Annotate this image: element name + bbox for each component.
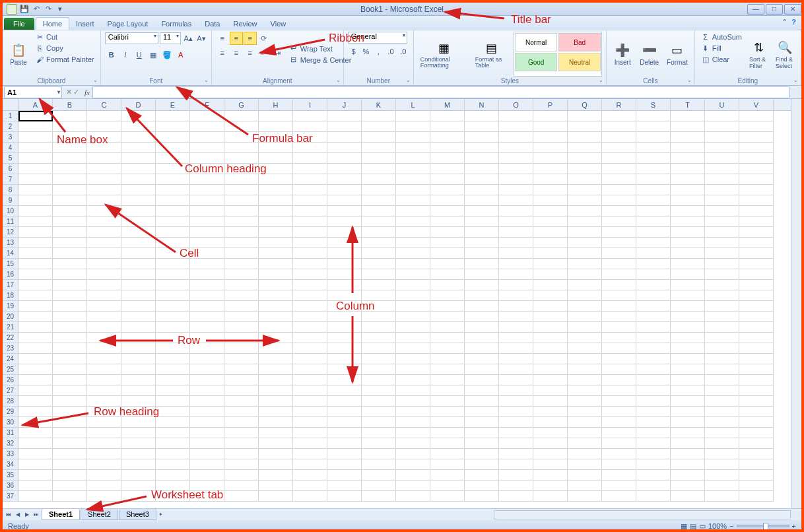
align-left-icon[interactable]: ≡	[216, 46, 229, 59]
style-bad[interactable]: Bad	[558, 33, 601, 51]
cell[interactable]	[499, 195, 533, 206]
cell[interactable]	[259, 164, 293, 174]
cell[interactable]	[327, 269, 362, 280]
cell[interactable]	[671, 322, 705, 333]
align-center-icon[interactable]: ≡	[230, 46, 243, 59]
cell[interactable]	[362, 322, 396, 333]
cell[interactable]	[499, 121, 533, 132]
cell[interactable]	[87, 333, 121, 343]
cell[interactable]	[18, 343, 53, 354]
cell[interactable]	[465, 195, 499, 206]
save-icon[interactable]: 💾	[20, 5, 29, 14]
cell[interactable]	[259, 385, 293, 396]
cell[interactable]	[121, 354, 156, 364]
cell[interactable]	[259, 206, 293, 216]
cell[interactable]	[224, 111, 259, 121]
cell[interactable]	[705, 322, 739, 333]
cell[interactable]	[87, 153, 121, 164]
next-sheet-icon[interactable]: ▶	[22, 510, 32, 519]
cell[interactable]	[671, 111, 705, 121]
cell[interactable]	[430, 111, 465, 121]
cell[interactable]	[499, 111, 533, 121]
cell[interactable]	[671, 164, 705, 174]
cell[interactable]	[190, 322, 224, 333]
align-bottom-icon[interactable]: ≡	[244, 32, 257, 45]
border-button[interactable]: ▦	[147, 48, 160, 61]
cell[interactable]	[705, 375, 739, 385]
cell[interactable]	[362, 206, 396, 216]
cell[interactable]	[259, 248, 293, 259]
cell[interactable]	[327, 470, 362, 481]
cell[interactable]	[705, 238, 739, 248]
cell[interactable]	[396, 174, 430, 185]
cell[interactable]	[465, 174, 499, 185]
row-header[interactable]: 1	[3, 111, 18, 121]
decrease-decimal-icon[interactable]: .0	[397, 45, 409, 58]
cell[interactable]	[465, 364, 499, 375]
cell[interactable]	[259, 153, 293, 164]
cell[interactable]	[53, 280, 87, 290]
cell[interactable]	[533, 301, 568, 312]
cell[interactable]	[465, 438, 499, 449]
cell[interactable]	[396, 449, 430, 459]
cell[interactable]	[190, 396, 224, 407]
cell[interactable]	[430, 280, 465, 290]
cell[interactable]	[705, 143, 739, 153]
cell[interactable]	[293, 185, 327, 195]
underline-button[interactable]: U	[133, 48, 146, 61]
cell[interactable]	[499, 132, 533, 143]
cell[interactable]	[156, 153, 190, 164]
cell[interactable]	[87, 290, 121, 301]
cell[interactable]	[53, 333, 87, 343]
cell[interactable]	[430, 364, 465, 375]
cell[interactable]	[739, 428, 774, 438]
cell[interactable]	[499, 227, 533, 238]
row-header[interactable]: 2	[3, 121, 18, 132]
cell[interactable]	[293, 248, 327, 259]
minimize-button[interactable]: —	[747, 4, 764, 15]
style-good[interactable]: Good	[515, 53, 557, 71]
cell[interactable]	[156, 206, 190, 216]
cell[interactable]	[224, 449, 259, 459]
cell[interactable]	[156, 132, 190, 143]
cell[interactable]	[465, 470, 499, 481]
cell[interactable]	[293, 481, 327, 491]
cell[interactable]	[636, 322, 671, 333]
cell[interactable]	[121, 280, 156, 290]
cell[interactable]	[568, 301, 602, 312]
font-name-select[interactable]: Calibri	[105, 32, 158, 44]
cell[interactable]	[499, 312, 533, 322]
cell[interactable]	[705, 153, 739, 164]
cell[interactable]	[327, 290, 362, 301]
cell[interactable]	[293, 491, 327, 502]
cell[interactable]	[224, 174, 259, 185]
tab-view[interactable]: View	[264, 18, 293, 30]
cell[interactable]	[362, 238, 396, 248]
cell[interactable]	[602, 481, 636, 491]
cell[interactable]	[293, 238, 327, 248]
cell[interactable]	[190, 459, 224, 470]
cell[interactable]	[671, 290, 705, 301]
cell[interactable]	[156, 174, 190, 185]
row-header[interactable]: 32	[3, 438, 18, 449]
cell[interactable]	[671, 248, 705, 259]
cell[interactable]	[53, 227, 87, 238]
cell[interactable]	[18, 375, 53, 385]
cell[interactable]	[224, 438, 259, 449]
fill-button[interactable]: ⬇Fill	[699, 43, 744, 53]
cell[interactable]	[87, 375, 121, 385]
cell[interactable]	[568, 385, 602, 396]
cell[interactable]	[259, 438, 293, 449]
cell[interactable]	[465, 322, 499, 333]
cell[interactable]	[18, 280, 53, 290]
cell[interactable]	[327, 364, 362, 375]
cell[interactable]	[190, 449, 224, 459]
cell[interactable]	[87, 238, 121, 248]
cell[interactable]	[533, 132, 568, 143]
cell[interactable]	[156, 481, 190, 491]
cell[interactable]	[705, 259, 739, 269]
cell[interactable]	[327, 206, 362, 216]
cell[interactable]	[636, 396, 671, 407]
cell[interactable]	[465, 259, 499, 269]
cell[interactable]	[739, 216, 774, 227]
